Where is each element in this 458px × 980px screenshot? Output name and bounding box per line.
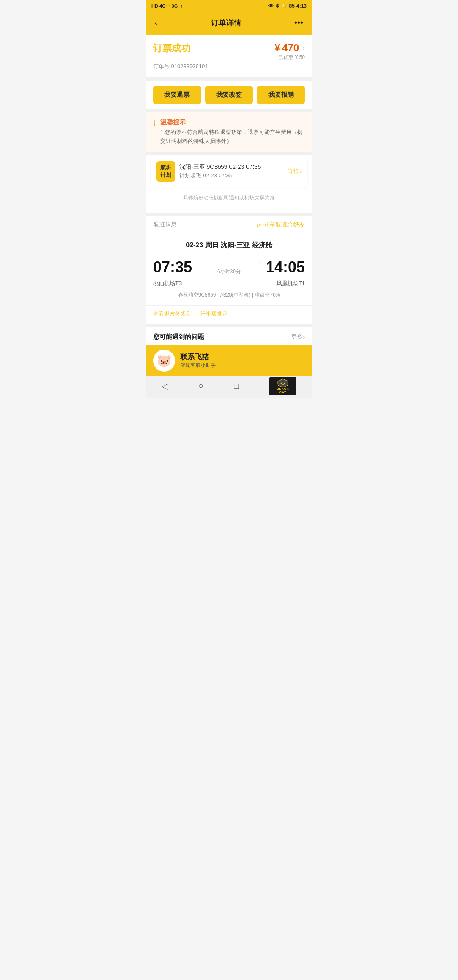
- success-title: 订票成功: [153, 42, 190, 55]
- svg-point-3: [284, 383, 285, 384]
- order-top-row: 订票成功 ¥ 470 › 已优惠 ¥ 50: [153, 42, 305, 61]
- faq-header: 您可能遇到的问题 更多 ›: [146, 327, 312, 345]
- share-icon: ⊳: [257, 221, 262, 228]
- invoice-button[interactable]: 我要报销: [257, 86, 305, 104]
- flight-plan-card[interactable]: 航班 计划 沈阳-三亚 9C8659 02-23 07:35 计划起飞 02-2…: [151, 155, 307, 188]
- price-discount: 已优惠 ¥ 50: [275, 54, 305, 61]
- share-flight-button[interactable]: ⊳ 分享航班给好友: [257, 221, 305, 229]
- order-number: 订单号 910233936101: [153, 63, 305, 70]
- depart-time: 07:35: [153, 258, 192, 276]
- flight-plan-badge: 航班 计划: [156, 161, 175, 182]
- flight-duration: 6小时30分: [217, 268, 241, 275]
- order-success-card: 订票成功 ¥ 470 › 已优惠 ¥ 50 订单号 910233936101: [146, 35, 312, 77]
- flight-info-label: 航班信息: [153, 221, 177, 229]
- header: ‹ 订单详情 •••: [146, 12, 312, 35]
- flight-date-title: 02-23 周日 沈阳-三亚 经济舱: [153, 241, 305, 250]
- faq-title: 您可能遇到的问题: [153, 333, 204, 341]
- system-nav-bar: ◁ ○ □ BLACK CAT: [146, 376, 312, 398]
- arrow-icon: →: [255, 259, 262, 266]
- notice-icon: ℹ: [153, 119, 156, 129]
- baggage-rules-link[interactable]: 行李额规定: [200, 310, 228, 318]
- more-button[interactable]: •••: [293, 16, 305, 29]
- flight-detail: 02-23 周日 沈阳-三亚 经济舱 07:35 → 6小时30分 14:05 …: [146, 234, 312, 305]
- contact-bottom-bar[interactable]: 🐷 联系飞猪 智能客服小助手: [146, 345, 312, 376]
- notice-content: 温馨提示 1.您的票不符合航司特殊退票政策，退票可能产生费用（提交证明材料的特殊…: [160, 118, 305, 146]
- status-bar: HD 4G↑↑ 3G↑↑ 👁 ✳ 🔔 85 4:13: [146, 0, 312, 12]
- change-button[interactable]: 我要改签: [205, 86, 253, 104]
- flight-times: 07:35 → 6小时30分 14:05: [153, 258, 305, 276]
- svg-point-2: [281, 383, 282, 384]
- faq-more-arrow-icon: ›: [303, 334, 305, 340]
- battery-indicator: 85: [289, 3, 295, 9]
- flight-plan-depart: 计划起飞 02-23 07:35: [179, 172, 284, 179]
- flight-line-arrow: →: [196, 259, 262, 266]
- flight-info-section: 航班信息 ⊳ 分享航班给好友 02-23 周日 沈阳-三亚 经济舱 07:35 …: [146, 216, 312, 324]
- flight-line: → 6小时30分: [192, 259, 266, 275]
- contact-subtitle: 智能客服小助手: [180, 362, 216, 369]
- signal-4g: 4G↑↑: [159, 3, 170, 8]
- flight-plan-info: 沈阳-三亚 9C8659 02-23 07:35 计划起飞 02-23 07:3…: [179, 163, 284, 179]
- nav-back-button[interactable]: ◁: [162, 381, 168, 391]
- share-text: 分享航班给好友: [263, 221, 305, 229]
- faq-more-button[interactable]: 更多 ›: [291, 333, 305, 341]
- depart-airport: 桃仙机场T3: [153, 280, 182, 287]
- bluetooth-icon: ✳: [275, 3, 279, 9]
- notice-title: 温馨提示: [160, 118, 305, 126]
- bell-icon: 🔔: [281, 3, 288, 9]
- price-area: ¥ 470 › 已优惠 ¥ 50: [275, 42, 305, 61]
- price-main: ¥ 470 ›: [275, 42, 305, 54]
- signal-3g: 3G↑↑: [172, 3, 183, 8]
- airport-row: 桃仙机场T3 凤凰机场T1: [153, 280, 305, 287]
- flight-detail-link[interactable]: 详情 ›: [288, 168, 302, 175]
- notice-text: 1.您的票不符合航司特殊退票政策，退票可能产生费用（提交证明材料的特殊人员除外）: [160, 128, 305, 146]
- avatar-emoji: 🐷: [157, 353, 172, 367]
- arrive-airport: 凤凰机场T1: [276, 280, 305, 287]
- hd-indicator: HD: [151, 3, 158, 8]
- status-left: HD 4G↑↑ 3G↑↑: [151, 3, 182, 8]
- airline-info: 春秋航空9C8659 | A320(中型机) | 准点率70%: [153, 291, 305, 299]
- avatar: 🐷: [153, 350, 175, 372]
- nav-home-button[interactable]: ○: [198, 381, 204, 391]
- content: 订票成功 ¥ 470 › 已优惠 ¥ 50 订单号 910233936101 我…: [146, 35, 312, 376]
- price-currency: ¥: [275, 42, 280, 54]
- page-title: 订单详情: [211, 18, 241, 28]
- refund-button[interactable]: 我要退票: [153, 86, 201, 104]
- disclaimer: 具体航班动态以航司通知或机场大屏为准: [146, 191, 312, 207]
- flight-plan-wrapper: 航班 计划 沈阳-三亚 9C8659 02-23 07:35 计划起飞 02-2…: [146, 155, 312, 213]
- notice-card: ℹ 温馨提示 1.您的票不符合航司特殊退票政策，退票可能产生费用（提交证明材料的…: [146, 112, 312, 152]
- black-cat-text: BLACK CAT: [276, 387, 289, 394]
- arrive-time: 14:05: [266, 258, 305, 276]
- flight-detail-arrow-icon: ›: [300, 168, 302, 174]
- refund-rules-link[interactable]: 查看退改签规则: [153, 310, 192, 318]
- flight-info-header: 航班信息 ⊳ 分享航班给好友: [146, 216, 312, 234]
- rules-links: 查看退改签规则 行李额规定: [146, 305, 312, 324]
- time-display: 4:13: [296, 3, 307, 9]
- price-arrow-icon: ›: [302, 44, 305, 53]
- price-amount: 470: [282, 42, 299, 54]
- action-buttons: 我要退票 我要改签 我要报销: [146, 81, 312, 109]
- nav-recent-button[interactable]: □: [234, 381, 239, 391]
- black-cat-watermark: BLACK CAT: [269, 377, 296, 395]
- back-button[interactable]: ‹: [153, 16, 159, 29]
- status-right: 👁 ✳ 🔔 85 4:13: [268, 3, 307, 9]
- flight-plan-route: 沈阳-三亚 9C8659 02-23 07:35: [179, 163, 284, 171]
- eye-icon: 👁: [268, 3, 274, 9]
- black-cat-icon: [276, 378, 290, 387]
- contact-name: 联系飞猪: [180, 352, 216, 362]
- contact-info: 联系飞猪 智能客服小助手: [180, 352, 216, 369]
- faq-section: 您可能遇到的问题 更多 ›: [146, 327, 312, 345]
